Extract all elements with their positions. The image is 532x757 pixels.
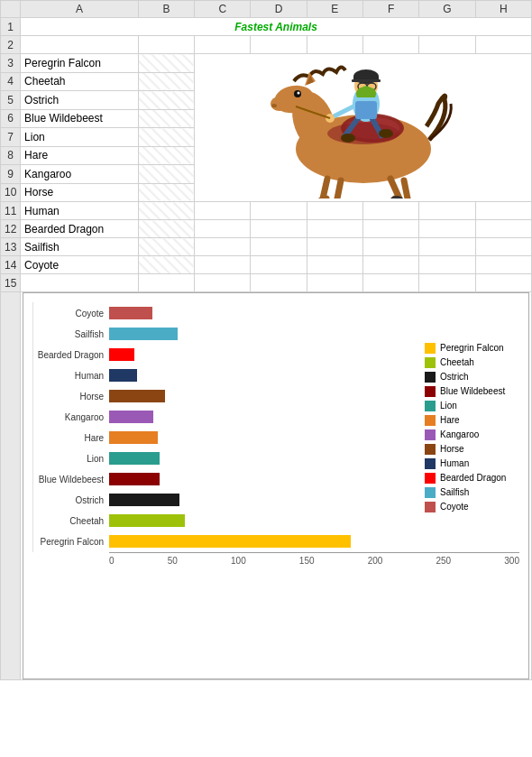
legend-label: Human bbox=[440, 458, 469, 468]
animal-blue-wildebeest[interactable]: Blue Wildebeest bbox=[21, 109, 139, 128]
cell-11e bbox=[307, 202, 362, 220]
legend-color-swatch bbox=[425, 473, 436, 484]
x-axis: 050100150200250300 bbox=[109, 552, 519, 566]
bar-row: Lion bbox=[32, 448, 411, 468]
col-header-b: B bbox=[138, 1, 194, 18]
cell-15a bbox=[21, 274, 139, 292]
cell-2g bbox=[419, 36, 475, 54]
col-header-c: C bbox=[195, 1, 251, 18]
legend-item: Ostrich bbox=[425, 372, 519, 383]
cell-12f bbox=[363, 220, 419, 238]
bar-label: Hare bbox=[32, 433, 109, 443]
spreadsheet-title[interactable]: Fastest Animals bbox=[21, 18, 532, 36]
bar-row: Ostrich bbox=[32, 490, 411, 510]
animal-coyote[interactable]: Coyote bbox=[21, 256, 139, 274]
animal-human[interactable]: Human bbox=[21, 202, 139, 220]
bar-label: Coyote bbox=[32, 309, 109, 318]
bar-fill bbox=[109, 514, 185, 527]
cell-11b bbox=[138, 202, 194, 220]
legend-label: Ostrich bbox=[440, 372, 469, 382]
legend-label: Sailfish bbox=[440, 487, 469, 497]
bar-label: Human bbox=[32, 371, 109, 381]
bar-label: Lion bbox=[32, 454, 109, 464]
animal-sailfish[interactable]: Sailfish bbox=[21, 238, 139, 256]
bar-track bbox=[109, 494, 411, 506]
bar-label: Horse bbox=[32, 392, 109, 402]
legend-label: Blue Wildebeest bbox=[440, 386, 505, 396]
bar-label: Bearded Dragon bbox=[32, 350, 109, 360]
cell-15h bbox=[475, 274, 531, 292]
cell-2c bbox=[195, 36, 251, 54]
animal-hare[interactable]: Hare bbox=[21, 146, 139, 165]
cell-15f bbox=[363, 274, 419, 292]
bar-row: Horse bbox=[32, 386, 411, 406]
cell-7b bbox=[138, 128, 194, 147]
cell-12b bbox=[138, 220, 194, 238]
cell-11h bbox=[475, 202, 531, 220]
legend-item: Peregrin Falcon bbox=[425, 343, 519, 354]
row-num-15: 15 bbox=[1, 274, 21, 292]
animal-lion[interactable]: Lion bbox=[21, 128, 139, 147]
legend-label: Kangaroo bbox=[440, 429, 479, 439]
cell-15b bbox=[138, 274, 194, 292]
bar-row: Human bbox=[32, 365, 411, 385]
row-num-8: 8 bbox=[1, 146, 21, 165]
cell-15g bbox=[419, 274, 475, 292]
bar-row: Blue Wildebeest bbox=[32, 469, 411, 489]
animal-bearded-dragon[interactable]: Bearded Dragon bbox=[21, 220, 139, 238]
cell-14c bbox=[195, 256, 251, 274]
bar-row: Hare bbox=[32, 428, 411, 448]
bar-row: Peregrin Falcon bbox=[32, 531, 411, 551]
cell-2f bbox=[363, 36, 419, 54]
cell-8b bbox=[138, 146, 194, 165]
animal-ostrich[interactable]: Ostrich bbox=[21, 91, 139, 110]
row-num-10: 10 bbox=[1, 183, 21, 202]
bar-fill bbox=[109, 535, 351, 548]
legend-color-swatch bbox=[425, 415, 436, 426]
cell-2e bbox=[307, 36, 362, 54]
cell-6b bbox=[138, 109, 194, 128]
bar-row: Sailfish bbox=[32, 324, 411, 344]
bar-track bbox=[109, 390, 411, 402]
x-tick-label: 250 bbox=[436, 556, 451, 566]
row-3: 3 Peregrin Falcon bbox=[1, 54, 532, 73]
bar-track bbox=[109, 535, 411, 548]
bar-fill bbox=[109, 369, 137, 382]
legend-color-swatch bbox=[425, 487, 436, 498]
animal-peregrin-falcon[interactable]: Peregrin Falcon bbox=[21, 54, 139, 73]
cell-14e bbox=[307, 256, 362, 274]
cell-13h bbox=[475, 238, 531, 256]
animal-kangaroo[interactable]: Kangaroo bbox=[21, 165, 139, 184]
bar-track bbox=[109, 514, 411, 527]
cell-14g bbox=[419, 256, 475, 274]
cell-11d bbox=[251, 202, 307, 220]
legend-item: Blue Wildebeest bbox=[425, 386, 519, 397]
cell-12h bbox=[475, 220, 531, 238]
legend-item: Cheetah bbox=[425, 357, 519, 368]
cell-14d bbox=[251, 256, 307, 274]
legend-item: Sailfish bbox=[425, 487, 519, 498]
bar-fill bbox=[109, 431, 158, 444]
svg-point-17 bbox=[341, 134, 355, 143]
legend-color-swatch bbox=[425, 386, 436, 397]
bar-track bbox=[109, 452, 411, 465]
x-tick-label: 50 bbox=[168, 556, 178, 566]
animal-cheetah[interactable]: Cheetah bbox=[21, 72, 139, 91]
animal-horse[interactable]: Horse bbox=[21, 183, 139, 202]
x-tick-label: 150 bbox=[299, 556, 315, 566]
cell-12c bbox=[195, 220, 251, 238]
row-num-12: 12 bbox=[1, 220, 21, 238]
legend-item: Kangaroo bbox=[425, 429, 519, 440]
x-tick-label: 300 bbox=[504, 556, 519, 566]
row-num-4: 4 bbox=[1, 72, 21, 91]
cell-2b bbox=[138, 36, 194, 54]
cell-14f bbox=[363, 256, 419, 274]
legend-item: Coyote bbox=[425, 502, 519, 512]
chart-area: CoyoteSailfishBearded DragonHumanHorseKa… bbox=[32, 302, 519, 552]
svg-point-18 bbox=[379, 129, 393, 138]
cell-9b bbox=[138, 165, 194, 184]
legend-label: Peregrin Falcon bbox=[440, 343, 504, 353]
cell-2a bbox=[21, 36, 139, 54]
bar-track bbox=[109, 328, 411, 340]
bar-track bbox=[109, 473, 411, 485]
